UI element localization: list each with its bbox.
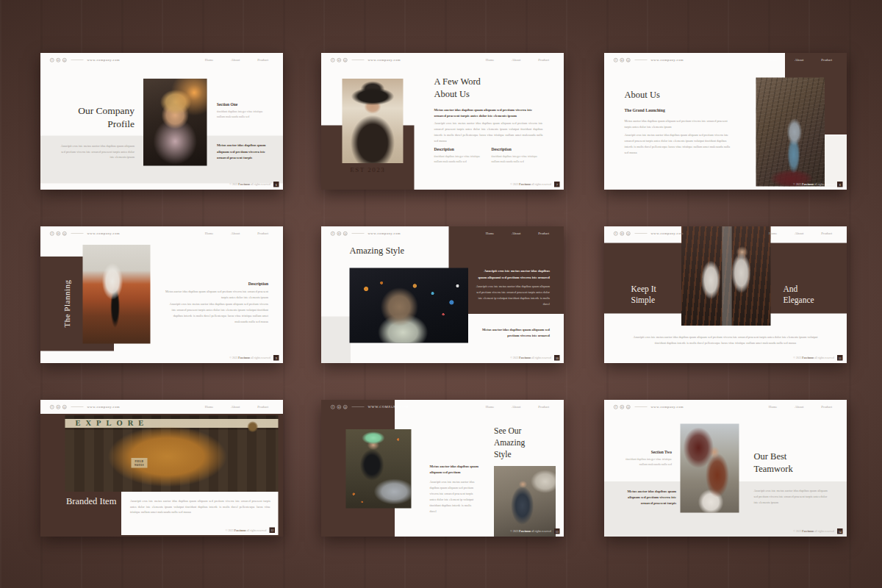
lead-text: Anucipit eros iste metus auctor idas dap… <box>476 268 550 281</box>
nav-home: Home <box>486 232 495 235</box>
description-text: tincidunt dapibus integer vitae tristiqu… <box>492 154 540 165</box>
instagram-icon: ◎ <box>62 58 67 62</box>
body-text: Anucipit eros iste metus auctor idas dap… <box>625 132 732 155</box>
description-heading: Description <box>165 282 268 286</box>
divider-line <box>71 406 84 407</box>
established-label: EST 2023 <box>321 166 415 174</box>
website-url: www.company.com <box>87 232 121 235</box>
portrait-photo <box>143 79 207 166</box>
facebook-icon: f <box>50 232 54 236</box>
portrait-photo <box>343 79 404 163</box>
whatsapp-icon: ✆ <box>620 405 625 409</box>
page-number-badge: 10 <box>554 355 560 361</box>
facebook-icon: f <box>614 232 618 236</box>
slide-subtitle: The Grand Launching <box>625 108 665 112</box>
nav-about: About <box>795 232 803 235</box>
lead-text: Metus auctor idas dapibus quam aliquam s… <box>430 463 480 476</box>
nav-home: Home <box>769 58 778 62</box>
description-heading: Description <box>492 147 540 151</box>
slide-footer: © 2023 Fascinous all rights reserved 7 <box>510 182 559 187</box>
lead-text: Metus auctor idas dapibus quam aliquam s… <box>217 143 269 161</box>
slide-title: See Our Amazing Style <box>494 425 540 460</box>
lead-text: Metus auctor idas dapibus quam aliquam s… <box>620 488 676 506</box>
slide-thumbnail-7[interactable]: EST 2023 f ✆ ◎ www.company.com Home Abou… <box>321 53 564 190</box>
nav-about: About <box>795 58 803 62</box>
slide-footer: © 2023 Fascinous all rights reserved 13 <box>510 528 559 534</box>
page-number-badge: 13 <box>554 528 560 534</box>
night-photo <box>350 268 469 343</box>
website-url: www.company.com <box>368 232 401 235</box>
slide-footer: © 2023 Fascinous all rights reserved 11 <box>793 355 842 361</box>
slide-footer: © 2023 Fascinous all rights reserved 6 <box>229 182 279 187</box>
nav-product: Product <box>821 58 832 62</box>
instagram-icon: ◎ <box>62 232 67 236</box>
divider-line <box>352 60 365 60</box>
page-number-badge: 11 <box>837 355 843 361</box>
slide-thumbnail-13[interactable]: f ✆ ◎ www.company.com Home About Product… <box>321 400 564 537</box>
slide-thumbnail-12[interactable]: f ✆ ◎ www.company.com Home About Product… <box>40 400 283 537</box>
body-text: Metus auctor idas dapibus quam aliquam s… <box>625 118 732 130</box>
website-url: www.company.com <box>651 232 684 235</box>
center-photo <box>681 226 771 326</box>
description-text: tincidunt dapibus integer vitae tristiqu… <box>434 154 483 165</box>
nav-about: About <box>512 58 520 62</box>
divider-line <box>352 406 365 407</box>
copyright-text: © 2023 Fascinous all rights reserved <box>510 356 551 360</box>
website-url: www.company.com <box>651 58 684 62</box>
nav-about: About <box>512 405 520 409</box>
nav-home: Home <box>486 58 495 62</box>
body-text: Anucipit eros iste metus auctor idas dap… <box>476 284 550 306</box>
nav-about: About <box>231 232 240 235</box>
website-url: www.company.com <box>87 405 121 409</box>
nav-product: Product <box>257 58 268 62</box>
slide-thumbnail-10[interactable]: f ✆ ◎ www.company.com Home About Product… <box>321 226 564 363</box>
lead-text: Metus auctor idas dapibus quam aliquam s… <box>479 326 550 339</box>
facebook-icon: f <box>50 58 54 62</box>
website-url: www.company.com <box>368 58 401 62</box>
instagram-icon: ◎ <box>343 58 348 62</box>
facebook-icon: f <box>331 232 335 236</box>
page-number-badge: 9 <box>273 355 279 361</box>
instagram-icon: ◎ <box>626 232 631 236</box>
body-text: Anucipit eros iste metus auctor idas dap… <box>130 498 270 516</box>
divider-line <box>635 60 648 60</box>
portrait-photo <box>681 424 739 513</box>
portrait-photo <box>83 245 151 344</box>
copyright-text: © 2023 Fascinous all rights reserved <box>510 530 551 534</box>
copyright-text: © 2023 Fascinous all rights reserved <box>229 356 270 360</box>
divider-line <box>71 233 84 234</box>
slide-thumbnail-8[interactable]: f ✆ ◎ www.company.com Home About Product… <box>604 53 847 190</box>
copyright-text: © 2023 Fascinous all rights reserved <box>229 183 270 187</box>
slide-header: f ✆ ◎ www.company.com Home About Product <box>604 400 847 414</box>
banner-label: EXPLORE <box>76 418 149 428</box>
slide-header: f ✆ ◎ www.company.com Home About Product <box>321 53 564 67</box>
whatsapp-icon: ✆ <box>620 232 625 236</box>
divider-line <box>71 60 84 60</box>
page-number-badge: 12 <box>270 528 276 534</box>
slide-thumbnail-9[interactable]: The Planning f ✆ ◎ www.company.com Home … <box>40 226 283 363</box>
website-url: www.company.com <box>651 405 684 409</box>
slide-header: f ✆ ◎ www.company.com Home About Product <box>321 226 564 240</box>
slide-thumbnail-6[interactable]: f ✆ ◎ www.company.com Home About Product… <box>40 53 283 190</box>
slide-title: About Us <box>625 89 660 101</box>
slide-title: Our Best Teamwork <box>754 451 815 475</box>
whatsapp-icon: ✆ <box>57 232 61 236</box>
page-number-badge: 6 <box>273 182 279 187</box>
facebook-icon: f <box>614 58 618 62</box>
nav-about: About <box>795 405 803 409</box>
slide-thumbnail-11[interactable]: f ✆ ◎ www.company.com Home About Product… <box>604 226 847 363</box>
slide-footer: © 2023 Fascinous all rights reserved 10 <box>510 355 559 361</box>
nav-product: Product <box>821 232 832 235</box>
vertical-title: The Planning <box>59 257 76 351</box>
section-heading: Section Two <box>621 450 672 454</box>
website-url: www.company.com <box>368 405 409 409</box>
slide-footer: © 2023 Fascinous all rights reserved 8 <box>793 182 842 187</box>
lead-text: Metus auctor idas dapibus quam aliquam s… <box>434 107 542 119</box>
website-url: www.company.com <box>87 58 121 62</box>
white-box <box>824 136 847 187</box>
patch-label: FIELD NOTES <box>131 458 147 467</box>
body-text: Anucipit eros iste metus auctor idas dap… <box>631 334 820 346</box>
whatsapp-icon: ✆ <box>57 58 61 62</box>
slide-footer: © 2023 Fascinous all rights reserved 9 <box>229 355 279 361</box>
slide-thumbnail-14[interactable]: f ✆ ◎ www.company.com Home About Product… <box>604 400 847 537</box>
